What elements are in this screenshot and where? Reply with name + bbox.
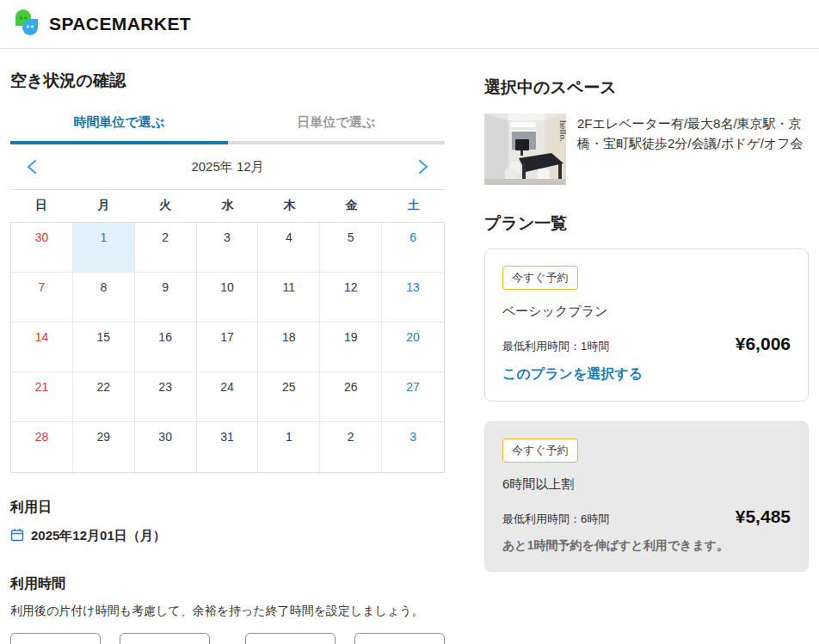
selected-space-row: hello. 2Fエレベーター有/最大8名/東京駅・京橋・宝町駅徒歩2分/会議/… <box>484 113 809 185</box>
plan-min-time: 最低利用時間：1時間 <box>502 339 609 354</box>
brand-name: SPACEMARKET <box>49 14 191 34</box>
calendar-day-17[interactable]: 17 <box>197 322 259 372</box>
calendar-day-13[interactable]: 13 <box>382 273 444 322</box>
calendar-day-16[interactable]: 16 <box>135 322 197 372</box>
space-name[interactable]: 2Fエレベーター有/最大8名/東京駅・京橋・宝町駅徒歩2分/会議/ボドゲ/オフ会 <box>577 113 809 185</box>
calendar-day-31[interactable]: 31 <box>197 422 259 472</box>
calendar-day-26[interactable]: 26 <box>320 372 382 422</box>
plan-price: ¥5,485 <box>736 506 791 527</box>
plan-availability-note: あと1時間予約を伸ばすと利用できます。 <box>502 538 791 554</box>
calendar-month-label: 2025年 12月 <box>191 159 263 175</box>
selection-panel: 選択中のスペース <box>484 49 809 644</box>
spacemarket-logo-icon <box>12 8 41 40</box>
weekday-label: 火 <box>134 198 196 213</box>
time-range-separator: 〜 <box>220 640 235 644</box>
calendar-day-1[interactable]: 1 <box>73 223 135 273</box>
selected-space-title: 選択中のスペース <box>484 77 809 99</box>
instant-booking-badge: 今すぐ予約 <box>502 439 578 463</box>
tab-by-hour[interactable]: 時間単位で選ぶ <box>10 114 228 144</box>
calendar-day-8[interactable]: 8 <box>73 273 135 322</box>
usage-time-note: 利用後の片付け時間も考慮して、余裕を持った終了時間を設定しましょう。 <box>10 604 445 619</box>
plan-card-discount: 今すぐ予約 6時間以上割 最低利用時間：6時間 ¥5,485 あと1時間予約を伸… <box>484 421 809 572</box>
chevron-right-icon <box>418 159 428 175</box>
start-hour-select[interactable]: 11 <box>10 633 101 644</box>
calendar-day-2[interactable]: 2 <box>135 223 197 273</box>
calendar-day-30[interactable]: 30 <box>135 422 197 472</box>
calendar-day-24[interactable]: 24 <box>197 372 259 422</box>
end-hour-select[interactable]: 16 <box>245 633 336 644</box>
calendar-day-10[interactable]: 10 <box>197 273 259 322</box>
calendar-day-25[interactable]: 25 <box>258 372 320 422</box>
weekday-label: 月 <box>72 198 134 213</box>
calendar-day-22[interactable]: 22 <box>73 372 135 422</box>
calendar-day-18[interactable]: 18 <box>258 322 320 372</box>
start-minute-select[interactable]: 00 <box>120 633 210 644</box>
spacemarket-logo[interactable]: SPACEMARKET <box>12 8 191 40</box>
weekday-label: 土 <box>383 198 445 213</box>
plan-name: 6時間以上割 <box>502 476 791 493</box>
weekday-label: 日 <box>10 198 72 213</box>
app-header: SPACEMARKET <box>0 0 819 49</box>
plans-title: プラン一覧 <box>484 212 809 235</box>
prev-month-button[interactable] <box>22 157 41 176</box>
calendar-day-1[interactable]: 1 <box>258 422 320 472</box>
chevron-left-icon <box>27 159 37 175</box>
calendar-day-23[interactable]: 23 <box>135 372 197 422</box>
calendar-day-28[interactable]: 28 <box>11 422 73 472</box>
plan-price: ¥6,006 <box>736 334 791 354</box>
instant-booking-badge: 今すぐ予約 <box>502 266 578 290</box>
unit-tabs: 時間単位で選ぶ 日単位で選ぶ <box>10 114 445 144</box>
plan-min-time: 最低利用時間：6時間 <box>502 512 609 527</box>
calendar-icon <box>10 528 24 544</box>
tab-by-day[interactable]: 日単位で選ぶ <box>228 114 446 144</box>
calendar-day-20[interactable]: 20 <box>382 322 444 372</box>
svg-text:hello.: hello. <box>558 120 566 142</box>
calendar-day-19[interactable]: 19 <box>320 322 382 372</box>
calendar-day-2[interactable]: 2 <box>320 422 382 472</box>
weekday-label: 金 <box>321 198 383 213</box>
calendar-day-4[interactable]: 4 <box>258 223 320 273</box>
calendar-weekday-row: 日月火水木金土 <box>10 190 445 222</box>
space-photo[interactable]: hello. <box>484 113 566 185</box>
weekday-label: 木 <box>259 198 321 213</box>
calendar-day-5[interactable]: 5 <box>320 223 382 273</box>
calendar-day-3[interactable]: 3 <box>197 223 259 273</box>
calendar-day-14[interactable]: 14 <box>11 322 73 372</box>
calendar-day-30[interactable]: 30 <box>11 223 73 273</box>
calendar-day-9[interactable]: 9 <box>135 273 197 322</box>
availability-panel: 空き状況の確認 時間単位で選ぶ 日単位で選ぶ 2025年 12月 日月火水木金土… <box>10 49 445 644</box>
calendar-day-27[interactable]: 27 <box>382 372 444 422</box>
calendar-day-11[interactable]: 11 <box>258 273 320 322</box>
calendar-day-7[interactable]: 7 <box>11 273 73 322</box>
usage-date-heading: 利用日 <box>10 499 445 517</box>
select-plan-link[interactable]: このプランを選択する <box>502 365 791 383</box>
end-minute-select[interactable]: 00 <box>354 633 445 644</box>
usage-time-row: 11 : 00 〜 16 <box>10 633 445 644</box>
calendar-nav: 2025年 12月 <box>10 144 445 190</box>
weekday-label: 水 <box>196 198 258 213</box>
calendar-grid: 3012345678910111213141516171819202122232… <box>10 222 445 473</box>
calendar-day-15[interactable]: 15 <box>73 322 135 372</box>
next-month-button[interactable] <box>414 157 433 176</box>
usage-date-value: 2025年12月01日（月） <box>31 528 166 544</box>
plan-name: ベーシックプラン <box>502 304 791 320</box>
calendar-day-12[interactable]: 12 <box>320 273 382 322</box>
availability-title: 空き状況の確認 <box>10 70 445 92</box>
usage-date-row: 2025年12月01日（月） <box>10 528 445 544</box>
calendar-day-3[interactable]: 3 <box>382 422 444 472</box>
usage-time-heading: 利用時間 <box>10 575 445 593</box>
calendar-day-21[interactable]: 21 <box>11 372 73 422</box>
calendar-day-6[interactable]: 6 <box>382 223 444 273</box>
plan-card-basic: 今すぐ予約 ベーシックプラン 最低利用時間：1時間 ¥6,006 このプランを選… <box>484 248 809 402</box>
calendar-day-29[interactable]: 29 <box>73 422 135 472</box>
